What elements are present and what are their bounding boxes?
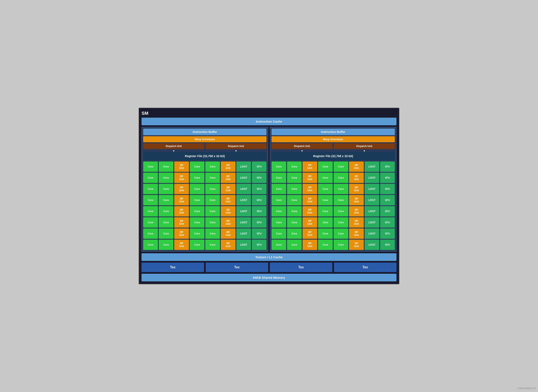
cell: SFU	[380, 229, 395, 239]
cell: DPUnit	[174, 240, 189, 250]
cell: Core	[287, 184, 302, 194]
cell: LD/ST	[236, 173, 251, 183]
cell: DPUnit	[302, 195, 317, 205]
cell: Core	[159, 195, 173, 205]
cell: Core	[143, 240, 158, 250]
right-core-row-4: Core Core DPUnit Core Core DPUnit LD/ST …	[271, 195, 395, 205]
two-columns: Instruction Buffer Warp Scheduler Dispat…	[142, 127, 396, 252]
right-dispatch-row: Dispatch Unit Dispatch Unit	[271, 143, 395, 149]
cell: Core	[143, 184, 158, 194]
cell: Core	[205, 161, 220, 172]
left-instruction-buffer: Instruction Buffer	[143, 129, 267, 135]
cell: LD/ST	[236, 206, 251, 216]
cell: Core	[287, 173, 302, 183]
cell: LD/ST	[236, 217, 251, 228]
cell: Core	[318, 161, 333, 172]
cell: DPUnit	[174, 195, 189, 205]
right-core-row-7: Core Core DPUnit Core Core DPUnit LD/ST …	[271, 229, 395, 239]
cell: SFU	[252, 206, 267, 216]
right-core-row-3: Core Core DPUnit Core Core DPUnit LD/ST …	[271, 184, 395, 194]
cell: Core	[159, 229, 173, 239]
cell: DPUnit	[302, 184, 317, 194]
cell: SFU	[252, 173, 267, 183]
tex-unit-4: Tex	[334, 263, 396, 272]
cell: Core	[318, 173, 333, 183]
cell: Core	[159, 206, 173, 216]
left-core-row-5: Core Core DPUnit Core Core DPUnit LD/ST …	[143, 206, 267, 216]
cell: DPUnit	[221, 240, 236, 250]
left-core-row-2: Core Core DPUnit Core Core DPUnit LD/ST …	[143, 173, 267, 183]
cell: Core	[271, 206, 286, 216]
cell: Core	[334, 217, 348, 228]
cell: LD/ST	[365, 195, 379, 205]
left-core-row-4: Core Core DPUnit Core Core DPUnit LD/ST …	[143, 195, 267, 205]
cell: Core	[205, 184, 220, 194]
right-instruction-buffer: Instruction Buffer	[271, 129, 395, 135]
cell: Core	[287, 229, 302, 239]
left-core-row-8: Core Core DPUnit Core Core DPUnit LD/ST …	[143, 240, 267, 250]
cell: SFU	[380, 206, 395, 216]
cell: DPUnit	[302, 229, 317, 239]
cell: DPUnit	[349, 173, 364, 183]
cell: DPUnit	[302, 206, 317, 216]
cell: Core	[318, 217, 333, 228]
cell: LD/ST	[365, 240, 379, 250]
cell: LD/ST	[365, 229, 379, 239]
cell: SFU	[252, 184, 267, 194]
cell: DPUnit	[349, 206, 364, 216]
right-core-row-2: Core Core DPUnit Core Core DPUnit LD/ST …	[271, 173, 395, 183]
right-register-file: Register File (32,768 x 32-bit)	[271, 152, 395, 160]
cell: Core	[190, 161, 204, 172]
cell: DPUnit	[349, 184, 364, 194]
cell: Core	[334, 229, 348, 239]
cell: Core	[318, 195, 333, 205]
right-core-row-5: Core Core DPUnit Core Core DPUnit LD/ST …	[271, 206, 395, 216]
cell: Core	[271, 240, 286, 250]
cell: Core	[271, 229, 286, 239]
cell: Core	[287, 206, 302, 216]
cell: Core	[190, 217, 204, 228]
left-register-file: Register File (32,768 x 32-bit)	[143, 152, 267, 160]
cell: LD/ST	[236, 184, 251, 194]
cell: Core	[205, 217, 220, 228]
cell: Core	[334, 161, 348, 172]
cell: LD/ST	[365, 161, 379, 172]
left-warp-scheduler: Warp Scheduler	[143, 136, 267, 142]
cell: DPUnit	[221, 161, 236, 172]
cell: SFU	[252, 217, 267, 228]
cell: Core	[190, 206, 204, 216]
cell: DPUnit	[221, 184, 236, 194]
cell: DPUnit	[174, 161, 189, 172]
cell: Core	[190, 184, 204, 194]
right-warp-scheduler: Warp Scheduler	[271, 136, 395, 142]
cell: DPUnit	[302, 240, 317, 250]
cell: DPUnit	[302, 161, 317, 172]
cell: DPUnit	[174, 229, 189, 239]
cell: LD/ST	[365, 184, 379, 194]
cell: SFU	[252, 161, 267, 172]
cell: DPUnit	[349, 229, 364, 239]
cell: SFU	[252, 229, 267, 239]
cell: DPUnit	[302, 217, 317, 228]
cell: Core	[205, 240, 220, 250]
cell: DPUnit	[174, 206, 189, 216]
cell: SFU	[252, 195, 267, 205]
watermark: CSDN @花花少年	[518, 387, 536, 390]
cell: Core	[159, 240, 173, 250]
cell: Core	[190, 229, 204, 239]
right-dispatch-unit-1: Dispatch Unit	[271, 143, 333, 149]
instruction-cache: Instruction Cache	[142, 118, 396, 125]
cell: LD/ST	[236, 161, 251, 172]
right-core-row-6: Core Core DPUnit Core Core DPUnit LD/ST …	[271, 217, 395, 228]
cell: DPUnit	[221, 217, 236, 228]
left-core-row-7: Core Core DPUnit Core Core DPUnit LD/ST …	[143, 229, 267, 239]
cell: Core	[271, 173, 286, 183]
cell: Core	[287, 240, 302, 250]
cell: DPUnit	[174, 184, 189, 194]
cell: Core	[190, 240, 204, 250]
cell: LD/ST	[236, 229, 251, 239]
cell: Core	[143, 217, 158, 228]
cell: Core	[205, 229, 220, 239]
cell: DPUnit	[221, 173, 236, 183]
cell: DPUnit	[349, 217, 364, 228]
